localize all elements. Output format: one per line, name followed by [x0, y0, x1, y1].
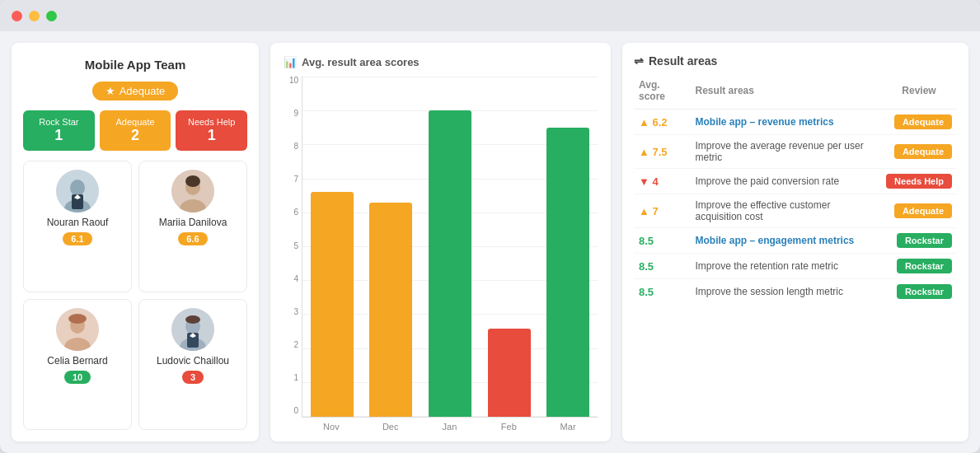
member-score-1: 6.6 — [178, 232, 207, 245]
review-5: Rockstar — [881, 254, 957, 279]
stat-adequate-count: 2 — [103, 127, 168, 144]
x-label-feb: Feb — [479, 422, 538, 432]
y-label-5: 5 — [284, 242, 302, 250]
member-name-3: Ludovic Chaillou — [157, 355, 229, 367]
team-status-label: Adequate — [120, 85, 166, 97]
member-card-3: Ludovic Chaillou 3 — [138, 299, 247, 431]
stat-rockstar-label: Rock Star — [26, 117, 91, 127]
area-2: Improve the paid conversion rate — [691, 169, 882, 194]
member-card-1: Mariia Danilova 6.6 — [138, 161, 247, 292]
avatar-svg-2 — [56, 308, 99, 351]
stat-rockstar: Rock Star 1 — [23, 110, 95, 151]
member-score-2: 10 — [64, 371, 91, 384]
area-3: Improve the effective customer acquisiti… — [691, 194, 882, 228]
table-row: ▲ 6.2 Mobile app – revenue metrics Adequ… — [634, 110, 957, 135]
y-label-9: 9 — [284, 110, 302, 118]
header-area: Result areas — [691, 76, 882, 110]
table-row: ▲ 7 Improve the effective customer acqui… — [634, 194, 957, 228]
table-row: 8.5 Improve the session length metric Ro… — [634, 279, 957, 305]
star-icon: ★ — [106, 85, 115, 97]
avatar-svg-3 — [171, 308, 214, 351]
table-header-row: Avg. score Result areas Review — [634, 76, 957, 110]
y-label-10: 10 — [284, 77, 302, 85]
score-2: ▼ 4 — [634, 169, 691, 194]
team-status-badge: ★ Adequate — [92, 82, 179, 100]
member-name-2: Celia Bernard — [47, 355, 107, 367]
score-1: ▲ 7.5 — [634, 135, 691, 169]
area-6: Improve the session length metric — [691, 279, 882, 305]
y-label-0: 0 — [284, 407, 302, 415]
table-row: 8.5 Improve the retention rate metric Ro… — [634, 254, 957, 279]
stats-row: Rock Star 1 Adequate 2 Needs Help 1 — [23, 110, 247, 151]
avatar-3 — [171, 308, 214, 351]
svg-point-12 — [68, 314, 87, 324]
app-window: Mobile App Team ★ Adequate Rock Star 1 A… — [0, 0, 980, 453]
avatar-svg-1 — [171, 170, 214, 212]
svg-point-8 — [185, 175, 200, 187]
members-grid: Nouran Raouf 6.1 Mariia Danil — [23, 161, 247, 430]
header-score: Avg. score — [634, 76, 691, 110]
team-title: Mobile App Team — [23, 58, 247, 72]
svg-point-1 — [70, 180, 85, 196]
avatar-1 — [171, 170, 214, 212]
area-1: Improve the average revenue per user met… — [691, 135, 882, 169]
review-0: Adequate — [881, 110, 957, 135]
chart-area: 0 1 2 3 4 5 6 7 8 9 10 — [284, 77, 598, 432]
chart-panel: 📊 Avg. result area scores 0 1 2 3 4 5 6 … — [270, 43, 611, 441]
avatar-svg-0 — [56, 170, 99, 212]
stat-rockstar-count: 1 — [26, 127, 91, 144]
y-label-8: 8 — [284, 142, 302, 151]
avatar-2 — [56, 308, 99, 351]
member-card-2: Celia Bernard 10 — [23, 299, 132, 431]
member-card-0: Nouran Raouf 6.1 — [23, 161, 132, 292]
chart-title: 📊 Avg. result area scores — [284, 56, 598, 68]
result-areas-title: ⇌ Result areas — [634, 54, 957, 68]
svg-point-18 — [185, 315, 200, 324]
minimize-dot — [29, 11, 40, 21]
y-label-2: 2 — [284, 341, 302, 349]
result-areas-panel: ⇌ Result areas Avg. score Result areas R… — [622, 43, 968, 441]
x-label-nov: Nov — [302, 422, 361, 432]
bar-jan — [429, 110, 471, 417]
bar-dec — [369, 203, 412, 417]
review-4: Rockstar — [881, 228, 957, 254]
member-score-0: 6.1 — [63, 232, 91, 245]
area-4: Mobile app – engagement metrics — [691, 228, 882, 254]
review-3: Adequate — [881, 194, 957, 228]
stat-needshelp: Needs Help 1 — [176, 110, 247, 151]
stat-adequate-label: Adequate — [103, 117, 168, 127]
title-bar — [0, 0, 980, 31]
table-row: ▼ 4 Improve the paid conversion rate Nee… — [634, 169, 957, 194]
stat-needshelp-label: Needs Help — [179, 117, 244, 127]
main-content: Mobile App Team ★ Adequate Rock Star 1 A… — [0, 31, 980, 453]
y-label-3: 3 — [284, 308, 302, 316]
member-name-0: Nouran Raouf — [47, 217, 109, 228]
area-5: Improve the retention rate metric — [691, 254, 882, 279]
bar-mar — [546, 128, 589, 417]
score-5: 8.5 — [634, 254, 691, 279]
chart-icon: 📊 — [284, 56, 297, 68]
score-6: 8.5 — [634, 279, 691, 305]
member-name-1: Mariia Danilova — [159, 217, 227, 228]
result-areas-table: Avg. score Result areas Review ▲ 6.2 Mob… — [634, 76, 957, 304]
score-0: ▲ 6.2 — [634, 110, 691, 135]
team-panel: Mobile App Team ★ Adequate Rock Star 1 A… — [12, 43, 259, 441]
x-label-mar: Mar — [538, 422, 598, 432]
y-label-1: 1 — [284, 374, 302, 382]
review-2: Needs Help — [881, 169, 957, 194]
x-label-jan: Jan — [420, 422, 480, 432]
review-1: Adequate — [881, 135, 957, 169]
result-areas-icon: ⇌ — [634, 54, 644, 68]
bar-nov — [311, 192, 354, 417]
team-badge-container: ★ Adequate — [23, 82, 247, 100]
y-label-7: 7 — [284, 175, 302, 184]
maximize-dot — [46, 11, 57, 21]
header-review: Review — [881, 76, 957, 110]
score-4: 8.5 — [634, 228, 691, 254]
stat-needshelp-count: 1 — [179, 127, 244, 144]
y-label-6: 6 — [284, 208, 302, 217]
avatar-0 — [56, 170, 99, 212]
member-score-3: 3 — [182, 371, 204, 384]
review-6: Rockstar — [881, 279, 957, 305]
stat-adequate: Adequate 2 — [100, 110, 171, 151]
